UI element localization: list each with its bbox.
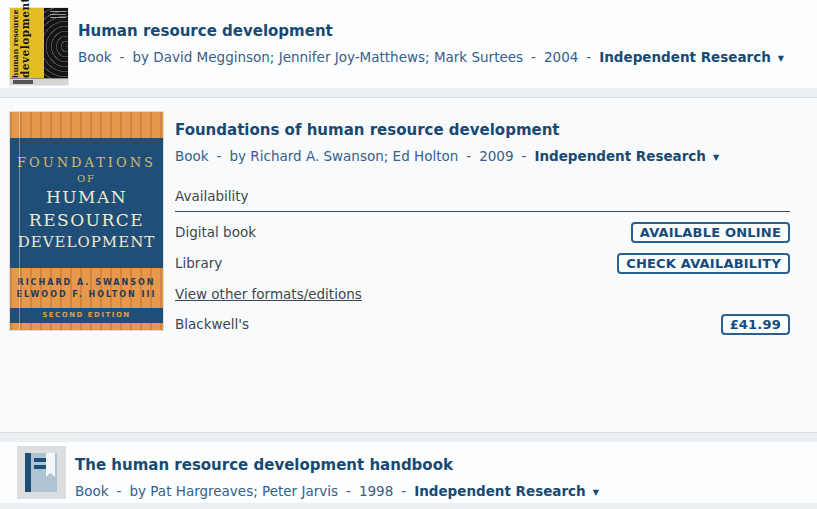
cover-footer-band xyxy=(10,78,68,85)
result-item-3: The human resource development handbook … xyxy=(0,442,817,503)
vendor-label: Blackwell's xyxy=(175,316,249,332)
book-placeholder-icon[interactable] xyxy=(17,446,66,499)
chevron-down-icon[interactable]: ▼ xyxy=(593,488,599,497)
result-item-2-expanded: FOUNDATIONS OF HUMAN RESOURCE DEVELOPMEN… xyxy=(0,97,817,433)
format-label: Book xyxy=(75,483,109,499)
view-other-formats-link[interactable]: View other formats/editions xyxy=(175,286,362,302)
year: 1998 xyxy=(359,483,393,499)
cover-top-band xyxy=(10,112,163,138)
year: 2004 xyxy=(544,49,578,65)
result-item-1: human resource development Human resourc… xyxy=(0,0,817,88)
result-title-link[interactable]: Human resource development xyxy=(78,22,807,40)
byline: by Richard A. Swanson; Ed Holton xyxy=(229,148,458,164)
year: 2009 xyxy=(479,148,513,164)
byline: by David Megginson; Jennifer Joy-Matthew… xyxy=(132,49,523,65)
availability-row-digital: Digital book AVAILABLE ONLINE xyxy=(175,221,790,243)
byline: by Pat Hargreaves; Peter Jarvis xyxy=(129,483,338,499)
bookmark-ribbon-icon xyxy=(46,453,55,477)
available-online-button[interactable]: AVAILABLE ONLINE xyxy=(631,222,790,243)
availability-label: Library xyxy=(175,255,222,271)
price-button[interactable]: £41.99 xyxy=(721,314,790,335)
cover-bottom-band xyxy=(10,323,163,330)
availability-heading: Availability xyxy=(175,188,790,204)
availability-divider xyxy=(175,211,790,212)
chevron-down-icon[interactable]: ▼ xyxy=(713,153,719,162)
result-title-link[interactable]: Foundations of human resource developmen… xyxy=(175,121,790,139)
collection-dropdown[interactable]: Independent Research xyxy=(534,148,706,164)
result-meta: Book-by David Megginson; Jennifer Joy-Ma… xyxy=(78,49,807,65)
book-cover-thumbnail-1[interactable]: human resource development xyxy=(10,8,68,85)
book-cover-thumbnail-2[interactable]: FOUNDATIONS OF HUMAN RESOURCE DEVELOPMEN… xyxy=(10,112,163,330)
cover-mini-text xyxy=(50,11,66,20)
result-meta: Book-by Pat Hargreaves; Peter Jarvis-199… xyxy=(75,483,807,499)
cover-authors-band: RICHARD A. SWANSON ELWOOD F. HOLTON III xyxy=(10,268,163,308)
availability-row-vendor: Blackwell's £41.99 xyxy=(175,313,790,335)
availability-row-library: Library CHECK AVAILABILITY xyxy=(175,252,790,274)
cover-spine-line xyxy=(19,112,20,330)
availability-label: Digital book xyxy=(175,224,256,240)
cover-vertical-title: human resource development xyxy=(12,8,30,78)
result-title-link[interactable]: The human resource development handbook xyxy=(75,456,807,474)
check-availability-button[interactable]: CHECK AVAILABILITY xyxy=(617,253,790,274)
format-label: Book xyxy=(78,49,112,65)
collection-dropdown[interactable]: Independent Research xyxy=(599,49,771,65)
chevron-down-icon[interactable]: ▼ xyxy=(778,54,784,63)
result-meta: Book-by Richard A. Swanson; Ed Holton-20… xyxy=(175,148,790,164)
collection-dropdown[interactable]: Independent Research xyxy=(414,483,586,499)
cover-title-block: FOUNDATIONS OF HUMAN RESOURCE DEVELOPMEN… xyxy=(10,138,163,268)
cover-edition-band: SECOND EDITION xyxy=(10,308,163,323)
format-label: Book xyxy=(175,148,209,164)
